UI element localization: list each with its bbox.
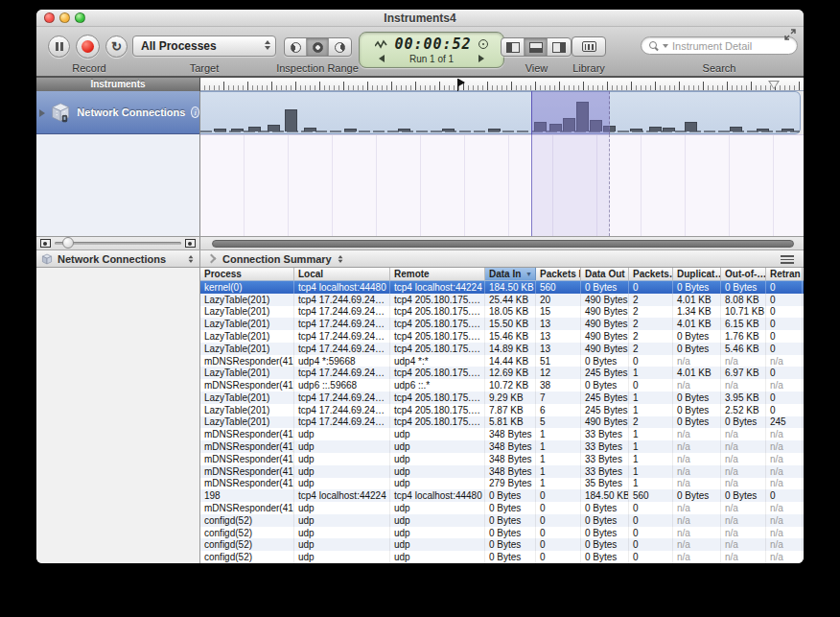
previous-run-button[interactable] xyxy=(379,55,385,62)
table-row[interactable]: configd(52)udpudp0 Bytes00 Bytes0n/an/an… xyxy=(200,538,804,551)
table-row[interactable]: mDNSResponder(41)udp6 ::.59668udp6 ::.*1… xyxy=(200,379,804,392)
record-button[interactable] xyxy=(76,35,100,59)
view-left-pane-button[interactable] xyxy=(502,38,525,56)
close-button[interactable] xyxy=(44,12,55,23)
library-icon xyxy=(582,41,596,52)
table-row[interactable]: configd(52)udpudp0 Bytes00 Bytes0n/an/an… xyxy=(200,551,804,563)
table-cell: 12.69 KB xyxy=(485,367,536,379)
table-cell: configd(52) xyxy=(200,514,294,527)
right-pane-icon xyxy=(552,42,566,53)
view-right-pane-button[interactable] xyxy=(548,38,571,56)
instruments-panel-empty-area xyxy=(36,134,199,236)
column-header-process[interactable]: Process xyxy=(200,268,294,280)
table-row[interactable]: mDNSResponder(41)udpudp348 Bytes133 Byte… xyxy=(200,465,804,478)
table-row[interactable]: LazyTable(201)tcp4 17.244.69.24…tcp4 205… xyxy=(200,330,804,343)
column-header-packets[interactable]: Packets… xyxy=(629,268,673,280)
table-cell: 6.97 KB xyxy=(721,367,766,379)
table-row[interactable]: mDNSResponder(41)udpudp348 Bytes133 Byte… xyxy=(200,453,804,465)
column-header-packets-in[interactable]: Packets In xyxy=(536,268,581,280)
left-pane-icon xyxy=(506,42,520,53)
table-cell: tcp4 17.244.69.24… xyxy=(294,343,390,355)
view-segmented xyxy=(501,37,572,57)
table-cell: n/a xyxy=(721,502,766,514)
table-cell: mDNSResponder(41) xyxy=(200,465,294,478)
column-header-data-in[interactable]: Data In▼ xyxy=(485,268,536,280)
table-row[interactable]: LazyTable(201)tcp4 17.244.69.24…tcp4 205… xyxy=(200,392,804,404)
selection-overlay[interactable] xyxy=(531,91,610,134)
zoom-slider[interactable] xyxy=(55,242,181,245)
inspection-range-end-button[interactable] xyxy=(329,38,351,56)
table-row[interactable]: LazyTable(201)tcp4 17.244.69.24…tcp4 205… xyxy=(200,404,804,416)
next-run-button[interactable] xyxy=(478,55,484,62)
loop-button[interactable]: ↻ xyxy=(105,36,128,58)
horizontal-scrollbar[interactable] xyxy=(200,237,804,249)
column-header-out-of[interactable]: Out-of-… xyxy=(721,268,766,280)
table-cell: n/a xyxy=(721,527,766,539)
table-cell: n/a xyxy=(766,465,803,478)
instrument-row-network-connections[interactable]: Network Connections i xyxy=(36,91,199,134)
table-cell: 0 xyxy=(629,379,673,392)
table-row[interactable]: mDNSResponder(41)udpudp348 Bytes133 Byte… xyxy=(200,428,804,440)
pause-button[interactable] xyxy=(48,36,70,58)
selection-end-marker[interactable] xyxy=(768,81,780,89)
column-header-retran[interactable]: Retran xyxy=(766,268,803,280)
zoom-in-track-icon[interactable] xyxy=(185,239,196,248)
table-cell: 245 Bytes xyxy=(581,392,629,404)
zoom-slider-thumb[interactable] xyxy=(62,237,74,249)
view-bottom-pane-button[interactable] xyxy=(525,38,548,56)
table-row[interactable]: LazyTable(201)tcp4 17.244.69.24…tcp4 205… xyxy=(200,343,804,355)
minimize-button[interactable] xyxy=(59,12,70,23)
table-cell: n/a xyxy=(766,527,803,539)
timeline-track-area[interactable] xyxy=(200,91,804,236)
table-row[interactable]: LazyTable(201)tcp4 17.244.69.24…tcp4 205… xyxy=(200,318,804,330)
library-button[interactable] xyxy=(572,36,606,57)
table-cell: 3.95 KB xyxy=(721,392,766,404)
table-row[interactable]: LazyTable(201)tcp4 17.244.69.24…tcp4 205… xyxy=(200,294,804,306)
table-row[interactable]: mDNSResponder(41)udpudp0 Bytes00 Bytes0n… xyxy=(200,502,804,514)
summary-table-body: kernel(0)tcp4 localhost:44480tcp4 localh… xyxy=(200,281,804,563)
info-icon[interactable]: i xyxy=(191,107,199,118)
table-cell: 0 xyxy=(629,551,673,563)
connection-summary-pane: ProcessLocalRemoteData In▼Packets InData… xyxy=(200,268,804,563)
disclosure-triangle-icon[interactable] xyxy=(39,109,45,117)
pause-icon xyxy=(56,42,63,51)
table-cell: LazyTable(201) xyxy=(200,330,294,343)
search-field[interactable]: Instrument Detail xyxy=(641,36,798,55)
inspection-range-current-button[interactable] xyxy=(307,38,329,56)
table-row[interactable]: LazyTable(201)tcp4 17.244.69.24…tcp4 205… xyxy=(200,416,804,429)
playhead-flag-icon[interactable] xyxy=(457,79,458,91)
table-row[interactable]: mDNSResponder(41)udpudp348 Bytes133 Byte… xyxy=(200,440,804,453)
inspection-range-start-button[interactable] xyxy=(285,38,307,56)
instrument-selector[interactable]: Network Connections xyxy=(36,250,200,267)
table-cell: 15 xyxy=(536,306,581,319)
zoom-out-track-icon[interactable] xyxy=(40,239,51,248)
view-selector[interactable]: Connection Summary xyxy=(222,253,332,265)
table-row[interactable]: configd(52)udpudp0 Bytes00 Bytes0n/an/an… xyxy=(200,527,804,539)
horizontal-scrollbar-thumb[interactable] xyxy=(212,240,794,248)
toolbar-toggle-icon[interactable] xyxy=(784,29,796,40)
zoom-window-button[interactable] xyxy=(75,12,85,23)
column-header-data-out[interactable]: Data Out xyxy=(581,268,629,280)
table-cell: 1 xyxy=(536,428,581,440)
column-header-local[interactable]: Local xyxy=(294,268,390,280)
table-row[interactable]: LazyTable(201)tcp4 17.244.69.24…tcp4 205… xyxy=(200,306,804,319)
table-row[interactable]: LazyTable(201)tcp4 17.244.69.24…tcp4 205… xyxy=(200,367,804,379)
table-cell: udp xyxy=(294,465,390,478)
time-ruler[interactable] xyxy=(200,78,804,91)
table-row[interactable]: configd(52)udpudp0 Bytes00 Bytes0n/an/an… xyxy=(200,514,804,527)
title-bar[interactable]: Instruments4 xyxy=(36,10,804,27)
target-popup[interactable]: All Processes xyxy=(132,36,276,57)
table-row[interactable]: mDNSResponder(41)udp4 *:59668udp4 *:*14.… xyxy=(200,355,804,368)
table-cell: 15.50 KB xyxy=(485,318,536,330)
options-menu-icon[interactable] xyxy=(781,255,794,264)
column-header-remote[interactable]: Remote xyxy=(390,268,485,280)
column-header-duplicat[interactable]: Duplicat… xyxy=(673,268,721,280)
table-row[interactable]: mDNSResponder(41)udpudp279 Bytes135 Byte… xyxy=(200,478,804,490)
network-track[interactable] xyxy=(200,91,801,134)
table-cell: LazyTable(201) xyxy=(200,294,294,306)
table-cell: n/a xyxy=(673,502,721,514)
table-cell: udp6 ::.* xyxy=(390,379,485,392)
table-cell: tcp4 17.244.69.24… xyxy=(294,416,390,429)
table-row[interactable]: 198tcp4 localhost:44224tcp4 localhost:44… xyxy=(200,489,804,502)
table-row[interactable]: kernel(0)tcp4 localhost:44480tcp4 localh… xyxy=(200,281,804,294)
